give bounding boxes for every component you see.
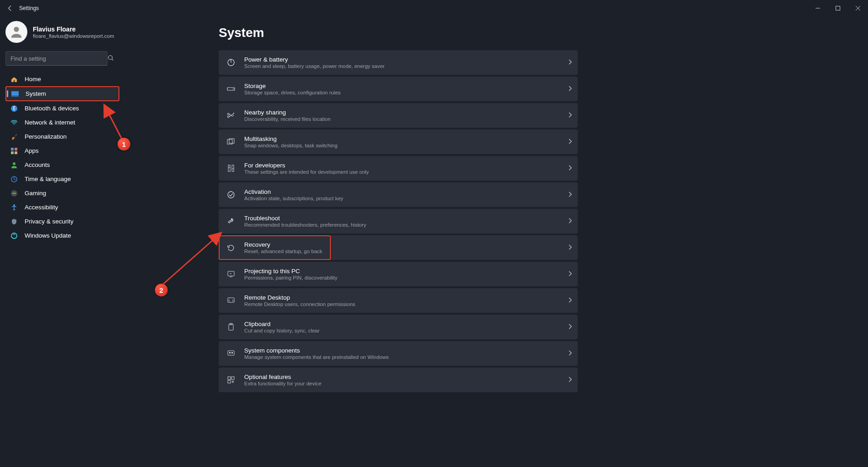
chevron-right-icon bbox=[568, 270, 572, 278]
sidebar-item-personalization[interactable]: Personalization bbox=[5, 130, 119, 144]
card-desc: Remote Desktop users, connection permiss… bbox=[244, 301, 355, 307]
search-icon bbox=[108, 55, 114, 62]
sidebar-item-update[interactable]: Windows Update bbox=[5, 228, 119, 243]
card-desc: Cut and copy history, sync, clear bbox=[244, 328, 319, 333]
chevron-right-icon bbox=[568, 323, 572, 331]
nav-list: Home System Bluetooth & devices Network … bbox=[5, 72, 119, 243]
sidebar-item-system[interactable]: System bbox=[5, 86, 119, 101]
svg-point-15 bbox=[11, 233, 17, 239]
sidebar-item-bluetooth[interactable]: Bluetooth & devices bbox=[5, 101, 119, 115]
card-desc: Discoverability, received files location bbox=[244, 116, 331, 122]
page-title: System bbox=[219, 26, 868, 40]
svg-rect-8 bbox=[15, 148, 17, 150]
back-button[interactable] bbox=[5, 5, 15, 11]
card-activation[interactable]: ActivationActivation state, subscription… bbox=[219, 182, 578, 207]
profile-name: Flavius Floare bbox=[33, 26, 114, 33]
card-troubleshoot[interactable]: TroubleshootRecommended troubleshooters,… bbox=[219, 209, 578, 234]
close-button[interactable] bbox=[848, 0, 868, 16]
sidebar: Flavius Floare floare_flavius@windowsrep… bbox=[0, 16, 128, 467]
chevron-right-icon bbox=[568, 350, 572, 358]
svg-rect-25 bbox=[232, 165, 234, 171]
sidebar-item-apps[interactable]: Apps bbox=[5, 144, 119, 158]
power-icon bbox=[226, 58, 236, 67]
check-circle-icon bbox=[226, 191, 236, 199]
svg-rect-7 bbox=[11, 148, 14, 150]
storage-icon bbox=[226, 87, 236, 91]
card-desc: Extra functionality for your device bbox=[244, 381, 321, 386]
sidebar-item-label: Network & internet bbox=[25, 119, 75, 126]
svg-point-1 bbox=[14, 27, 19, 32]
svg-rect-28 bbox=[228, 298, 234, 302]
sidebar-item-label: Personalization bbox=[25, 133, 67, 140]
minimize-button[interactable] bbox=[808, 0, 828, 16]
card-title: Power & battery bbox=[244, 56, 385, 63]
sidebar-item-network[interactable]: Network & internet bbox=[5, 115, 119, 130]
apps-icon bbox=[10, 147, 18, 155]
card-title: Optional features bbox=[244, 374, 321, 380]
maximize-button[interactable] bbox=[828, 0, 848, 16]
svg-point-2 bbox=[108, 56, 113, 60]
svg-rect-34 bbox=[228, 377, 231, 379]
sidebar-item-label: Privacy & security bbox=[25, 218, 73, 225]
card-clipboard[interactable]: ClipboardCut and copy history, sync, cle… bbox=[219, 315, 578, 339]
developers-icon bbox=[226, 164, 236, 172]
bluetooth-icon bbox=[10, 104, 18, 113]
sidebar-item-gaming[interactable]: Gaming bbox=[5, 186, 119, 200]
chevron-right-icon bbox=[568, 59, 572, 67]
card-optional-features[interactable]: Optional featuresExtra functionality for… bbox=[219, 368, 578, 392]
svg-point-11 bbox=[13, 162, 15, 165]
card-title: Multitasking bbox=[244, 135, 338, 142]
svg-point-6 bbox=[14, 124, 15, 125]
window-controls bbox=[808, 0, 868, 16]
svg-rect-33 bbox=[231, 352, 233, 353]
svg-point-21 bbox=[231, 114, 233, 116]
sidebar-item-home[interactable]: Home bbox=[5, 72, 119, 86]
sidebar-item-accounts[interactable]: Accounts bbox=[5, 158, 119, 172]
card-desc: Recommended troubleshooters, preferences… bbox=[244, 222, 366, 228]
person-icon bbox=[10, 161, 18, 169]
svg-rect-36 bbox=[228, 380, 231, 383]
sidebar-item-time[interactable]: Time & language bbox=[5, 172, 119, 186]
card-recovery[interactable]: RecoveryReset, advanced startup, go back bbox=[219, 235, 578, 260]
search-box bbox=[5, 51, 119, 66]
card-projecting[interactable]: Projecting to this PCPermissions, pairin… bbox=[219, 262, 578, 286]
search-input[interactable] bbox=[5, 51, 108, 66]
card-title: Recovery bbox=[244, 241, 322, 248]
wrench-icon bbox=[226, 217, 236, 225]
sidebar-item-label: Accounts bbox=[25, 161, 50, 168]
card-title: Storage bbox=[244, 83, 341, 89]
card-desc: These settings are intended for developm… bbox=[244, 169, 369, 175]
card-remote-desktop[interactable]: Remote DesktopRemote Desktop users, conn… bbox=[219, 288, 578, 313]
card-nearby-sharing[interactable]: Nearby sharingDiscoverability, received … bbox=[219, 103, 578, 128]
annotation-badge-2: 2 bbox=[155, 284, 168, 296]
sidebar-item-label: Windows Update bbox=[25, 232, 71, 239]
svg-point-26 bbox=[228, 192, 234, 198]
card-multitasking[interactable]: MultitaskingSnap windows, desktops, task… bbox=[219, 130, 578, 154]
card-system-components[interactable]: System componentsManage system component… bbox=[219, 341, 578, 366]
sidebar-item-privacy[interactable]: Privacy & security bbox=[5, 214, 119, 228]
sidebar-item-label: Accessibility bbox=[25, 204, 58, 211]
chevron-right-icon bbox=[568, 218, 572, 225]
projecting-icon bbox=[226, 270, 236, 278]
optional-features-icon bbox=[226, 376, 236, 384]
card-title: Troubleshoot bbox=[244, 215, 366, 222]
chevron-right-icon bbox=[568, 165, 572, 172]
title-bar: Settings bbox=[0, 0, 868, 16]
sidebar-item-label: Bluetooth & devices bbox=[25, 105, 79, 112]
card-desc: Storage space, drives, configuration rul… bbox=[244, 90, 341, 95]
sidebar-item-accessibility[interactable]: Accessibility bbox=[5, 200, 119, 214]
card-title: Nearby sharing bbox=[244, 109, 331, 116]
clipboard-icon bbox=[226, 323, 236, 331]
card-for-developers[interactable]: For developersThese settings are intende… bbox=[219, 156, 578, 181]
profile-block[interactable]: Flavius Floare floare_flavius@windowsrep… bbox=[5, 21, 119, 43]
card-title: Clipboard bbox=[244, 321, 319, 327]
annotation-badge-1: 1 bbox=[118, 138, 130, 150]
paintbrush-icon bbox=[10, 133, 18, 141]
card-storage[interactable]: StorageStorage space, drives, configurat… bbox=[219, 77, 578, 101]
accessibility-icon bbox=[10, 203, 18, 212]
svg-point-14 bbox=[13, 204, 15, 206]
chevron-right-icon bbox=[568, 244, 572, 252]
card-power-battery[interactable]: Power & batteryScreen and sleep, battery… bbox=[219, 50, 578, 75]
sidebar-item-label: Gaming bbox=[25, 190, 46, 197]
profile-email: floare_flavius@windowsreport.com bbox=[33, 33, 114, 39]
